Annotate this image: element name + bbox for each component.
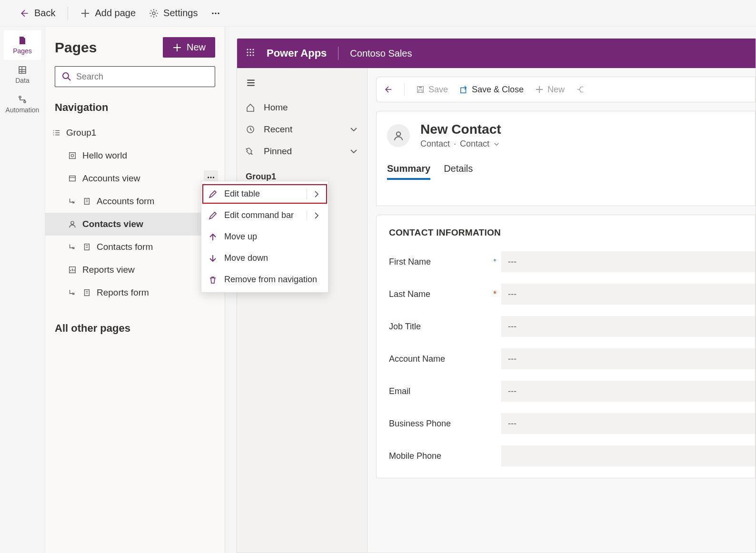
field-input[interactable]: --- (501, 413, 755, 434)
add-page-label: Add page (95, 8, 136, 19)
rail-automation-label: Automation (6, 106, 40, 114)
entity-label: Contact (420, 139, 450, 149)
save-icon (416, 85, 425, 94)
list-icon (52, 128, 60, 137)
nav-pinned-label: Pinned (264, 146, 292, 157)
ctx-move-up[interactable]: Move up (201, 226, 328, 247)
app-brand: Power Apps (267, 47, 327, 59)
field-label: Job Title (389, 322, 501, 332)
nav-group[interactable]: Group1 (45, 121, 225, 144)
automation-icon (18, 95, 27, 104)
nav-item-accounts-form[interactable]: Accounts form (45, 190, 225, 213)
plus-icon (80, 9, 90, 18)
new-page-button[interactable]: New (163, 37, 215, 58)
back-arrow-icon (20, 9, 30, 18)
more-icon (211, 9, 220, 18)
new-page-label: New (187, 42, 206, 53)
app-name: Contoso Sales (350, 48, 412, 59)
navigation-heading: Navigation (45, 97, 225, 121)
field-row: Job Title--- (389, 316, 755, 337)
field-row: Mobile Phone (389, 445, 755, 466)
field-input[interactable]: --- (501, 316, 755, 337)
back-label: Back (34, 8, 55, 19)
cmd-back[interactable] (384, 85, 393, 94)
nav-item-contacts-form[interactable]: Contacts form (45, 236, 225, 258)
rail-automation[interactable]: Automation (4, 89, 41, 119)
field-input[interactable]: --- (501, 348, 755, 369)
field-row: Email--- (389, 381, 755, 402)
chevron-right-icon (312, 189, 321, 199)
nav-item-hello[interactable]: Hello world (45, 144, 225, 167)
settings-button[interactable]: Settings (144, 5, 202, 21)
cmd-new-label: New (547, 85, 565, 95)
field-label: Email (389, 386, 501, 396)
nav-item-label: Accounts view (82, 173, 140, 184)
nav-item-label: Hello world (82, 150, 127, 161)
nav-pinned[interactable]: Pinned (237, 140, 367, 162)
tab-details[interactable]: Details (444, 159, 473, 180)
context-menu: Edit table Edit command bar Move up Move… (201, 181, 328, 293)
hamburger-icon (246, 78, 256, 88)
form-header-card: New Contact Contact · Contact Summary De… (376, 111, 756, 206)
clock-icon (246, 125, 255, 134)
field-row: Business Phone--- (389, 413, 755, 434)
field-input[interactable] (501, 445, 755, 466)
app-body: Home Recent Pinned Group1 Save Save & Cl… (237, 68, 756, 553)
pin-icon (246, 147, 255, 156)
search-box[interactable] (55, 66, 215, 87)
search-input[interactable] (76, 72, 208, 82)
cmd-flow[interactable] (576, 85, 585, 94)
form-tabs: Summary Details (387, 159, 755, 180)
nav-tree: Group1 Hello world Accounts view Account… (45, 121, 225, 304)
field-input[interactable]: --- (501, 251, 755, 272)
preview-window: Power Apps Contoso Sales Home Recent Pin… (237, 38, 756, 553)
rail-pages-label: Pages (13, 47, 32, 55)
cmd-save-close[interactable]: Save & Close (459, 85, 524, 95)
pages-panel: Pages New Navigation Group1 Hello world … (45, 27, 225, 553)
section-contact-info: CONTACT INFORMATION First Name+---Last N… (376, 215, 756, 478)
nav-item-reports-form[interactable]: Reports form (45, 281, 225, 304)
ctx-move-down[interactable]: Move down (201, 247, 328, 269)
section-heading: CONTACT INFORMATION (389, 227, 755, 238)
cmd-save[interactable]: Save (416, 85, 448, 95)
ctx-edit-table[interactable]: Edit table (201, 183, 328, 205)
field-label: Mobile Phone (389, 451, 501, 461)
field-row: Last Name*--- (389, 284, 755, 305)
add-page-button[interactable]: Add page (76, 5, 140, 21)
field-input[interactable]: --- (501, 284, 755, 305)
home-icon (246, 103, 255, 112)
form-title: New Contact (420, 122, 501, 137)
ctx-label: Edit table (224, 189, 260, 199)
field-input[interactable]: --- (501, 381, 755, 402)
all-other-pages[interactable]: All other pages (45, 304, 225, 353)
required-indicator: * (493, 289, 497, 299)
gear-icon (149, 9, 159, 18)
ctx-edit-command-bar[interactable]: Edit command bar (201, 205, 328, 226)
overflow-button[interactable] (206, 6, 225, 21)
nav-item-contacts-view[interactable]: Contacts view (45, 213, 225, 236)
field-label: Business Phone (389, 419, 501, 429)
app-launcher[interactable] (246, 48, 255, 59)
rail-data[interactable]: Data (4, 60, 41, 89)
nav-item-reports-view[interactable]: Reports view (45, 258, 225, 281)
nav-collapse[interactable] (237, 74, 367, 97)
tab-summary[interactable]: Summary (387, 159, 430, 180)
field-row: First Name+--- (389, 251, 755, 272)
ctx-remove[interactable]: Remove from navigation (201, 269, 328, 290)
cmd-new[interactable]: New (535, 85, 565, 95)
nav-home[interactable]: Home (237, 97, 367, 118)
arrow-down-icon (208, 254, 218, 263)
toolbar-separator (68, 7, 68, 20)
pencil-icon (208, 211, 218, 220)
pencil-icon (208, 189, 218, 199)
back-button[interactable]: Back (15, 5, 60, 21)
view-label[interactable]: Contact (460, 139, 489, 149)
ctx-label: Move up (224, 232, 257, 242)
top-toolbar: Back Add page Settings (0, 0, 756, 27)
nav-item-label: Contacts view (82, 219, 143, 229)
field-label: First Name+ (389, 257, 501, 267)
rail-pages[interactable]: Pages (4, 30, 41, 60)
nav-item-accounts-view[interactable]: Accounts view (45, 167, 225, 190)
waffle-icon (246, 48, 255, 57)
nav-recent[interactable]: Recent (237, 118, 367, 140)
